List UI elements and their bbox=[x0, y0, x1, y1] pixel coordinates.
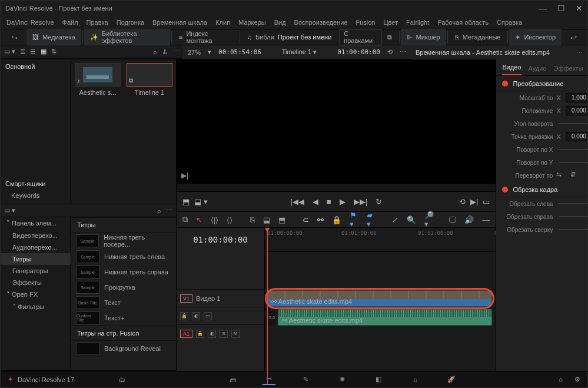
menu-item[interactable]: Правка bbox=[87, 19, 108, 26]
page-color-icon[interactable]: ◧ bbox=[372, 374, 385, 385]
bypass-icon[interactable]: ⟲ bbox=[387, 48, 393, 56]
mixer-button[interactable]: ⊪Микшер bbox=[401, 29, 446, 45]
expand-icon[interactable]: ⮑ bbox=[5, 29, 24, 45]
tl-options-icon[interactable]: ⧉ bbox=[181, 215, 189, 224]
tab-effects[interactable]: Эффекты bbox=[554, 65, 583, 75]
zoom-level[interactable]: 27% bbox=[188, 49, 201, 56]
menu-item[interactable]: Подгонка bbox=[117, 19, 144, 26]
marker-icon[interactable]: ▰ ▾ bbox=[366, 211, 376, 228]
go-end-icon[interactable]: ▶| bbox=[181, 171, 188, 180]
playhead[interactable] bbox=[267, 228, 268, 385]
capture-icon[interactable]: ⧉ bbox=[381, 29, 398, 45]
menu-item[interactable]: Fairlight bbox=[406, 19, 429, 26]
effects-group-openfx[interactable]: ˅ Open FX bbox=[1, 288, 71, 301]
lock-icon[interactable]: 🔒 bbox=[331, 215, 343, 224]
sound-lib-button[interactable]: ♫Библи bbox=[241, 29, 280, 45]
time-ruler[interactable]: 01:00:00:00 01:01:00:00 01:02:00:00 01:0… bbox=[265, 228, 496, 251]
view-grid-icon[interactable]: ▦ bbox=[41, 48, 46, 55]
menu-item[interactable]: Справка bbox=[497, 19, 522, 26]
enabled-dot-icon[interactable] bbox=[502, 187, 508, 193]
search-icon[interactable]: ⌕ bbox=[157, 207, 161, 214]
disable-icon[interactable]: ▭ bbox=[204, 312, 212, 320]
first-frame-icon[interactable]: |◀◀ bbox=[290, 197, 304, 206]
timeline-canvas[interactable]: 01:00:00:00 01:01:00:00 01:02:00:00 01:0… bbox=[265, 228, 496, 385]
title-preset[interactable]: SampleНижняя треть слева bbox=[71, 249, 176, 264]
track-head-a1[interactable]: A1 🔒 ◐ S M bbox=[177, 324, 264, 342]
view-list-icon[interactable]: ≣ bbox=[20, 48, 25, 55]
insert-icon[interactable]: ▭ bbox=[483, 197, 490, 206]
mediapool-button[interactable]: 🖼Медиатека bbox=[26, 29, 81, 45]
zoom-full-icon[interactable]: ⤢ bbox=[391, 215, 400, 224]
crop-section[interactable]: Обрезка кадра ◆↺ bbox=[496, 182, 588, 197]
title-preset[interactable]: Basic TitleТекст bbox=[71, 295, 176, 310]
play-icon[interactable]: ▶ bbox=[340, 197, 346, 206]
monitor-icon[interactable]: 🖵 bbox=[447, 215, 457, 224]
effects-item[interactable]: Аудиоперехо... bbox=[1, 241, 71, 253]
zoom-custom-icon[interactable]: 🔎 ▾ bbox=[423, 211, 436, 228]
page-cut-icon[interactable]: ✂ bbox=[263, 374, 275, 385]
settings-icon[interactable]: ⚙ bbox=[574, 376, 580, 383]
title-preset[interactable]: SampleПрокрутка bbox=[71, 280, 176, 295]
page-fairlight-icon[interactable]: ♫ bbox=[408, 374, 421, 385]
effects-item[interactable]: ˃ Фильтры bbox=[1, 301, 71, 313]
effects-item[interactable]: Эффекты bbox=[1, 277, 71, 288]
more-icon[interactable]: ⋯ bbox=[576, 49, 583, 57]
menu-item[interactable]: Маркеры bbox=[238, 19, 266, 26]
match-frame-icon[interactable]: ⟲ bbox=[459, 197, 466, 206]
link-icon[interactable]: ⚯ bbox=[316, 215, 325, 224]
close-icon[interactable]: ✕ bbox=[576, 4, 583, 13]
flag-icon[interactable]: ⚑ ▾ bbox=[348, 211, 360, 228]
yaw-slider[interactable] bbox=[559, 162, 588, 163]
rotation-slider[interactable] bbox=[559, 123, 588, 124]
menu-item[interactable]: Рабочая область bbox=[437, 19, 489, 26]
crop-left-slider[interactable] bbox=[559, 203, 588, 204]
chevron-down-icon[interactable]: ▾ bbox=[208, 48, 211, 56]
tab-audio[interactable]: Аудио bbox=[529, 65, 547, 75]
flip-v-button[interactable]: ⇵ bbox=[570, 171, 581, 180]
page-media-icon[interactable]: 🗃 bbox=[226, 374, 239, 385]
track-head-v1[interactable]: V1 Видео 1 bbox=[177, 289, 264, 307]
viewer-screen[interactable]: ▶| bbox=[177, 59, 496, 183]
effects-group-toolbox[interactable]: ˅ Панель элем... bbox=[1, 217, 71, 230]
smart-bin-keywords[interactable]: Keywords bbox=[5, 190, 66, 201]
mark-out-icon[interactable]: ⬓ ▾ bbox=[194, 197, 208, 206]
tab-video[interactable]: Видео bbox=[502, 64, 521, 75]
title-preset[interactable]: SampleНижняя треть посере... bbox=[71, 233, 176, 249]
more-icon[interactable]: ⋯ bbox=[173, 48, 180, 55]
next-frame-icon[interactable]: ▶▶| bbox=[354, 197, 367, 206]
mute-button[interactable]: M bbox=[231, 330, 240, 338]
video-track-1[interactable]: ⚯ Aesthetic skate edits.mp4 bbox=[265, 289, 496, 307]
menu-item[interactable]: Клип bbox=[215, 19, 230, 26]
scrub-bar[interactable] bbox=[177, 184, 496, 192]
more-icon[interactable]: ⋯ bbox=[166, 207, 172, 214]
audio-clip[interactable]: 2.0 ⚯ Aesthetic skate edits.mp4 bbox=[278, 309, 492, 326]
video-clip[interactable]: ⚯ Aesthetic skate edits.mp4 bbox=[267, 290, 492, 307]
home-icon[interactable]: ⌂ bbox=[559, 376, 563, 383]
effects-lib-button[interactable]: ✨Библиотека эффектов bbox=[84, 29, 170, 45]
prev-frame-icon[interactable]: ◀ bbox=[313, 197, 318, 206]
more-icon[interactable]: ⋯ bbox=[400, 48, 406, 56]
snap-icon[interactable]: ⊂ bbox=[301, 215, 310, 224]
effects-item[interactable]: Титры bbox=[1, 253, 71, 265]
menu-item[interactable]: Вид bbox=[274, 19, 286, 26]
insert-clip-icon[interactable]: ⎘ bbox=[249, 215, 256, 224]
menu-item[interactable]: Файл bbox=[62, 19, 78, 26]
view-strip-icon[interactable]: ☰ bbox=[30, 48, 36, 55]
effects-item[interactable]: Видеоперехо... bbox=[1, 230, 71, 241]
metadata-button[interactable]: ⎘Метаданные bbox=[449, 29, 507, 45]
mark-in-icon[interactable]: ⬒ bbox=[182, 197, 190, 206]
auto-select-icon[interactable]: ◐ bbox=[208, 330, 216, 338]
chevron-down-icon[interactable]: ▾ bbox=[313, 48, 317, 55]
v1-tag[interactable]: V1 bbox=[180, 294, 192, 303]
stop-icon[interactable]: ■ bbox=[327, 197, 331, 206]
page-fusion-icon[interactable]: ✺ bbox=[335, 374, 348, 385]
audio-track-1[interactable]: 2.0 ⚯ Aesthetic skate edits.mp4 bbox=[265, 308, 496, 326]
pitch-slider[interactable] bbox=[559, 149, 588, 150]
auto-select-icon[interactable]: ◐ bbox=[192, 312, 200, 320]
crop-right-slider[interactable] bbox=[559, 216, 588, 217]
replace-clip-icon[interactable]: ⬒ bbox=[277, 215, 287, 224]
viewer-name[interactable]: Timeline 1 bbox=[282, 48, 311, 55]
flip-h-button[interactable]: ⇋ bbox=[556, 171, 567, 180]
edit-index-button[interactable]: ≡Индекс монтажа bbox=[173, 29, 238, 45]
filter-icon[interactable]: ⫝̸ bbox=[162, 48, 168, 55]
